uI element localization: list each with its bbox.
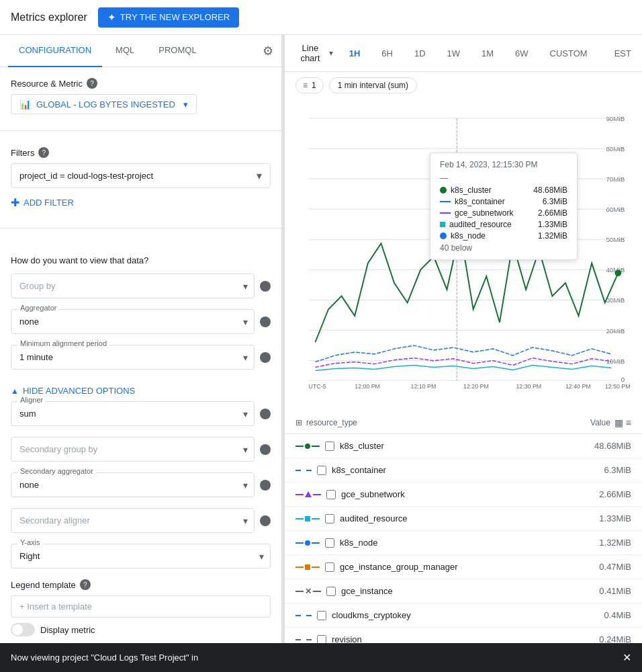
time-btn-6h[interactable]: 6H: [376, 46, 398, 61]
time-btn-custom[interactable]: CUSTOM: [545, 46, 593, 61]
min-alignment-help-icon[interactable]: ?: [260, 352, 271, 363]
chart-header: Line chart ▾ 1H 6H 1D 1W 1M 6W CUSTOM ES…: [285, 35, 642, 72]
secondary-aggregator-help-icon[interactable]: ?: [260, 480, 271, 491]
right-panel: Line chart ▾ 1H 6H 1D 1W 1M 6W CUSTOM ES…: [285, 35, 642, 672]
tooltip-name-k8s-container: k8s_container: [455, 197, 505, 206]
tab-configuration[interactable]: CONFIGURATION: [8, 35, 102, 67]
filters-help-icon[interactable]: ?: [38, 147, 49, 158]
filter-count-chip[interactable]: ≡ 1: [295, 77, 324, 93]
legend-line: [295, 564, 320, 570]
secondary-aggregator-field: Secondary aggregator none ▾: [11, 472, 255, 497]
time-btn-1w[interactable]: 1W: [442, 46, 466, 61]
time-btn-6w[interactable]: 6W: [510, 46, 534, 61]
table-cell-value: 0.47MiB: [551, 555, 642, 579]
resource-name: gce_instance_group_manager: [340, 562, 458, 572]
try-new-button[interactable]: ✦ TRY THE NEW EXPLORER: [98, 7, 239, 28]
time-btn-1d[interactable]: 1D: [409, 46, 431, 61]
secondary-group-by-select[interactable]: Secondary group by: [11, 437, 255, 462]
table-col-resource: ⊞ resource_type: [285, 412, 551, 434]
table-cell-resource: k8s_cluster: [285, 434, 551, 458]
legend-line: ✕: [295, 587, 321, 596]
tooltip-name-audited-resource: audited_resource: [449, 220, 512, 229]
group-by-field: Group by ▾: [11, 274, 255, 298]
svg-text:12:20 PM: 12:20 PM: [463, 383, 489, 390]
svg-point-28: [614, 269, 621, 276]
time-btn-1h[interactable]: 1H: [344, 46, 366, 61]
secondary-aligner-help-icon[interactable]: ?: [260, 515, 271, 526]
aligner-select[interactable]: sum: [11, 401, 255, 426]
y-axis-field: Y-axis Right ▾: [11, 544, 271, 569]
main-layout: CONFIGURATION MQL PROMQL ⚙ Resource & Me…: [0, 35, 642, 672]
aligner-help-icon[interactable]: ?: [260, 409, 271, 419]
row-checkbox[interactable]: [325, 442, 334, 451]
tab-promql[interactable]: PROMQL: [148, 35, 207, 67]
min-alignment-label: Minimum alignment period: [17, 339, 109, 347]
chart-tooltip: Feb 14, 2023, 12:15:30 PM — k8s_cluster …: [430, 153, 578, 260]
view-data-section: How do you want to view that data? Group…: [0, 234, 281, 653]
legend-line: [295, 516, 320, 521]
table-row: k8s_node 1.32MiB: [285, 531, 642, 555]
table-row: ✕ gce_instance 0.41MiB: [285, 579, 642, 603]
filter-chips: ≡ 1 1 min interval (sum): [285, 72, 642, 99]
secondary-aligner-select[interactable]: Secondary aligner: [11, 508, 255, 533]
filter-expand-icon[interactable]: ▾: [257, 169, 262, 182]
row-checkbox[interactable]: [325, 538, 334, 548]
tooltip-value-k8s-container: 6.3MiB: [543, 197, 567, 206]
chart-svg-container: 90MiB 80MiB 70MiB 60MiB 50MiB 40MiB 30Mi…: [295, 99, 631, 401]
legend-line: [295, 615, 312, 616]
list-icon[interactable]: ≡: [626, 417, 631, 428]
add-filter-button[interactable]: ✚ ADD FILTER: [11, 194, 74, 212]
bar-chart-icon[interactable]: ▦: [614, 417, 623, 428]
table-cell-resource: ✕ gce_instance: [285, 579, 551, 603]
row-checkbox[interactable]: [317, 611, 326, 620]
secondary-aggregator-select[interactable]: none: [11, 472, 255, 497]
metric-select-button[interactable]: 📊 GLOBAL - LOG BYTES INGESTED ▾: [11, 94, 197, 114]
resource-metric-section: Resource & Metric ? 📊 GLOBAL - LOG BYTES…: [0, 67, 281, 125]
add-filter-label: ADD FILTER: [24, 198, 74, 208]
resource-name: gce_subnetwork: [341, 489, 405, 499]
chart-type-label: Line chart: [295, 43, 325, 63]
secondary-group-by-help-icon[interactable]: ?: [260, 444, 271, 455]
tab-mql[interactable]: MQL: [105, 35, 145, 67]
col-sort-icons: ▦ ≡: [614, 417, 631, 428]
toggle-up-arrow: ▲: [11, 386, 19, 396]
legend-template-help-icon[interactable]: ?: [80, 579, 91, 590]
y-axis-row: Y-axis Right ▾: [11, 544, 271, 579]
aggregator-help-icon[interactable]: ?: [260, 317, 271, 327]
status-close-button[interactable]: ✕: [623, 651, 631, 664]
row-checkbox[interactable]: [326, 490, 336, 499]
row-checkbox[interactable]: [325, 514, 334, 523]
time-btn-1m[interactable]: 1M: [476, 46, 499, 61]
tooltip-square-audited-resource: [440, 222, 445, 227]
chart-type-select[interactable]: Line chart ▾: [295, 43, 333, 63]
left-panel: CONFIGURATION MQL PROMQL ⚙ Resource & Me…: [0, 35, 282, 672]
group-by-help-icon[interactable]: ?: [260, 281, 271, 292]
row-checkbox[interactable]: [325, 562, 334, 572]
filter-icon: ≡: [303, 81, 308, 90]
row-checkbox[interactable]: [326, 587, 336, 596]
group-by-select[interactable]: Group by: [11, 274, 255, 298]
legend-template-input[interactable]: + Insert a template: [11, 595, 271, 618]
display-metric-row: Display metric: [11, 618, 271, 642]
chart-area: 90MiB 80MiB 70MiB 60MiB 50MiB 40MiB 30Mi…: [285, 99, 642, 407]
svg-text:12:30 PM: 12:30 PM: [516, 383, 541, 390]
aggregator-select[interactable]: none: [11, 309, 255, 334]
legend-line: [295, 639, 312, 640]
settings-icon[interactable]: ⚙: [263, 44, 273, 58]
advanced-toggle[interactable]: ▲ HIDE ADVANCED OPTIONS: [11, 380, 271, 401]
min-alignment-select[interactable]: 1 minute: [11, 345, 255, 370]
tooltip-value-k8s-cluster: 48.68MiB: [533, 185, 567, 195]
display-metric-toggle[interactable]: [11, 623, 35, 636]
table-row: cloudkms_cryptokey 0.4MiB: [285, 603, 642, 628]
y-axis-select[interactable]: Right: [11, 544, 271, 569]
row-checkbox[interactable]: [317, 466, 326, 475]
interval-chip[interactable]: 1 min interval (sum): [329, 77, 417, 93]
tooltip-row-audited-resource: audited_resource 1.33MiB: [440, 220, 567, 229]
resource-metric-help-icon[interactable]: ?: [87, 78, 97, 89]
table-cell-resource: audited_resource: [285, 507, 551, 531]
tooltip-dot-k8s-node: [440, 233, 447, 239]
status-message: Now viewing project "Cloud Logs Test Pro…: [11, 653, 198, 663]
tooltip-dash: —: [440, 173, 567, 183]
secondary-aggregator-label: Secondary aggregator: [17, 467, 96, 475]
filter-row[interactable]: project_id = cloud-logs-test-project ▾: [11, 163, 271, 188]
